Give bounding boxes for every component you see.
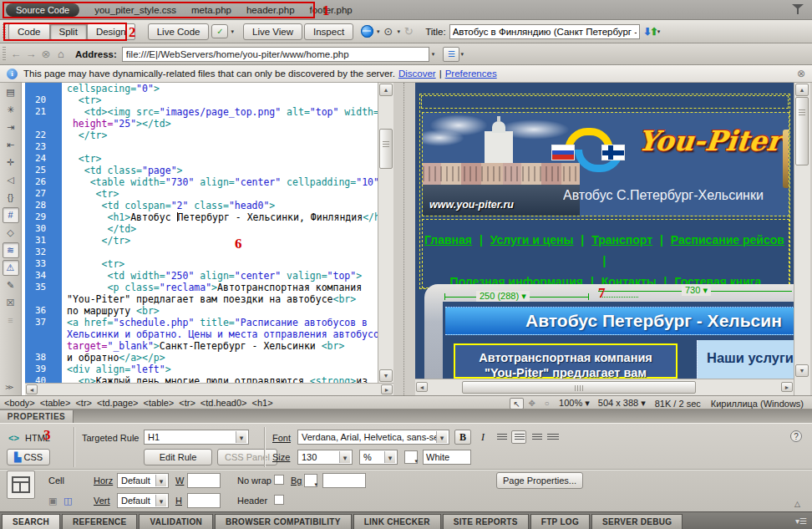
tag-selector-item[interactable]: <tr> xyxy=(179,398,195,408)
site-banner[interactable]: www.you-piter.ru You-Piter Автобус С.Пет… xyxy=(422,112,789,216)
menu-link[interactable]: Услуги и цены xyxy=(490,233,574,247)
visual-aids-icon[interactable]: ⊙ xyxy=(380,25,397,38)
related-files-list-icon[interactable]: ☰ xyxy=(443,47,459,62)
results-tab-search[interactable]: SEARCH xyxy=(2,514,60,529)
reclama-box[interactable]: Автотранспортная компания "You-Piter" пр… xyxy=(454,343,678,379)
text-color-field[interactable]: White xyxy=(423,450,471,465)
window-size-combo[interactable]: 504 x 388 ▾ xyxy=(598,398,646,409)
bg-color-swatch[interactable] xyxy=(304,474,317,487)
menu-link[interactable]: Транспорт xyxy=(591,233,652,247)
vert-combo[interactable]: Default xyxy=(117,493,169,508)
word-wrap-icon[interactable]: ≋ xyxy=(3,242,19,258)
remove-comment-icon[interactable]: ☒ xyxy=(3,295,19,311)
balance-braces-icon[interactable]: {} xyxy=(3,190,19,206)
align-left-icon[interactable] xyxy=(495,430,510,444)
bg-color-field[interactable] xyxy=(322,473,366,488)
services-box[interactable]: Наши услуги xyxy=(697,340,794,379)
related-file-tab[interactable]: footer.php xyxy=(310,5,353,15)
hand-tool-icon[interactable]: ✥ xyxy=(525,398,539,409)
design-scroll-down-icon[interactable]: ▼ xyxy=(795,364,809,377)
discover-link[interactable]: Discover xyxy=(398,69,436,79)
collapse-selection-icon[interactable]: ⇤ xyxy=(3,137,19,153)
expand-all-icon[interactable]: ✛ xyxy=(3,155,19,170)
open-documents-icon[interactable]: ▤ xyxy=(3,84,19,100)
close-info-bar-icon[interactable]: ⊗ xyxy=(797,68,805,79)
size-combo[interactable]: 130 xyxy=(297,450,353,465)
scroll-left-icon[interactable]: ◄ xyxy=(26,384,38,394)
css-mode-button[interactable]: ▙ CSS xyxy=(7,449,50,465)
tag-selector-item[interactable]: <h1> xyxy=(252,398,273,408)
tag-selector-item[interactable]: <tr> xyxy=(75,398,92,408)
code-horizontal-scrollbar[interactable]: ◄ ► xyxy=(25,383,393,395)
design-vertical-scrollbar[interactable]: ▲ ▼ xyxy=(794,83,810,395)
get-file-icon[interactable]: ⬇ xyxy=(643,26,650,38)
text-color-swatch[interactable] xyxy=(404,450,418,464)
design-scroll-left-icon[interactable]: ◄ xyxy=(416,382,428,392)
results-tab-server-debug[interactable]: SERVER DEBUG xyxy=(591,514,683,529)
syntax-error-alerts-icon[interactable]: ⚠ xyxy=(3,260,19,276)
highlight-invalid-code-icon[interactable]: ◇ xyxy=(3,225,19,241)
no-wrap-checkbox[interactable] xyxy=(274,475,284,485)
split-cell-icon[interactable]: ◫ xyxy=(63,496,72,506)
file-transfer-icons[interactable]: ⬇⬆ xyxy=(643,26,657,38)
format-source-code-icon[interactable]: ≡ xyxy=(3,313,19,328)
edit-rule-button[interactable]: Edit Rule xyxy=(144,449,212,465)
scroll-right-icon[interactable]: ► xyxy=(381,384,393,394)
align-center-icon[interactable] xyxy=(511,430,526,444)
italic-button[interactable]: I xyxy=(475,430,491,445)
page-content[interactable]: Автобус Петербург - Хельсин Автотранспор… xyxy=(443,302,794,379)
tag-selector-item[interactable]: <table> xyxy=(40,398,71,408)
zoom-tool-icon[interactable]: ○ xyxy=(540,398,554,409)
tag-selector-item[interactable]: <body> xyxy=(4,398,35,408)
tab-properties[interactable]: PROPERTIES xyxy=(0,410,74,423)
home-icon[interactable]: ⌂ xyxy=(53,48,69,60)
put-file-icon[interactable]: ⬆ xyxy=(650,26,657,38)
page-heading[interactable]: Автобус Петербург - Хельсин xyxy=(445,307,794,335)
code-scroll-thumb[interactable] xyxy=(379,129,393,169)
menu-link[interactable]: Главная xyxy=(424,233,472,247)
filter-icon[interactable] xyxy=(792,4,804,15)
align-right-icon[interactable] xyxy=(528,430,543,444)
tag-selector-item[interactable]: <td.page> xyxy=(97,398,139,408)
results-tab-browser-compatibility[interactable]: BROWSER COMPATIBILITY xyxy=(215,514,352,529)
results-tab-site-reports[interactable]: SITE REPORTS xyxy=(443,514,529,529)
results-tab-validation[interactable]: VALIDATION xyxy=(139,514,213,529)
font-combo[interactable]: Verdana, Arial, Helvetica, sans-serif xyxy=(297,430,449,445)
w-field[interactable] xyxy=(187,473,221,488)
code-navigator-icon[interactable]: ✳ xyxy=(3,102,19,118)
code-view[interactable]: cellspacing="0">20 <tr>21 <td><img src="… xyxy=(25,83,378,383)
results-tab-reference[interactable]: REFERENCE xyxy=(62,514,137,529)
design-scroll-up-icon[interactable]: ▲ xyxy=(795,84,809,96)
column-width-250[interactable]: 250 (288) ▾ xyxy=(476,291,530,302)
apply-comment-icon[interactable]: ✎ xyxy=(3,277,19,293)
select-tool-icon[interactable]: ↖ xyxy=(510,398,524,409)
bold-button[interactable]: B xyxy=(454,430,471,445)
select-parent-tag-icon[interactable]: ◁ xyxy=(3,172,19,188)
unit-combo[interactable]: % xyxy=(359,450,398,465)
css-panel-button[interactable]: CSS Panel xyxy=(217,449,277,465)
menu-link[interactable]: Расписание рейсов xyxy=(671,233,784,247)
site-menu[interactable]: Главная | Услуги и цены | Транспорт | Ра… xyxy=(422,219,789,288)
collapse-panel-icon[interactable]: △ xyxy=(794,500,800,508)
design-horizontal-scrollbar[interactable]: ◄ ► xyxy=(415,379,794,395)
line-numbers-icon[interactable]: # xyxy=(3,207,19,223)
tag-selector-item[interactable]: <td.head0> xyxy=(200,398,247,408)
design-canvas[interactable]: www.you-piter.ru You-Piter Автобус С.Пет… xyxy=(415,83,794,379)
scroll-down-icon[interactable]: ▼ xyxy=(379,369,393,382)
title-input[interactable] xyxy=(449,24,640,39)
tag-selector-item[interactable]: <table> xyxy=(144,398,175,408)
design-scroll-right-icon[interactable]: ► xyxy=(781,382,793,392)
address-input[interactable] xyxy=(122,47,429,62)
collapse-full-tag-icon[interactable]: ⇥ xyxy=(3,120,19,135)
horz-combo[interactable]: Default xyxy=(117,473,169,488)
panel-menu-icon[interactable]: ▾☰ xyxy=(795,516,807,526)
header-checkbox[interactable] xyxy=(274,495,284,505)
table-width-730[interactable]: 730 ▾ xyxy=(682,285,711,296)
live-code-button[interactable]: Live Code xyxy=(148,23,210,40)
refresh-icon[interactable]: ↻ xyxy=(400,25,417,38)
magnification-combo[interactable]: 100% ▾ xyxy=(559,398,590,409)
split-view-divider[interactable] xyxy=(393,83,415,395)
h-field[interactable] xyxy=(187,493,221,508)
check-browser-compatibility-icon[interactable]: ✓ xyxy=(211,24,228,38)
design-hscroll-thumb[interactable] xyxy=(462,381,696,394)
